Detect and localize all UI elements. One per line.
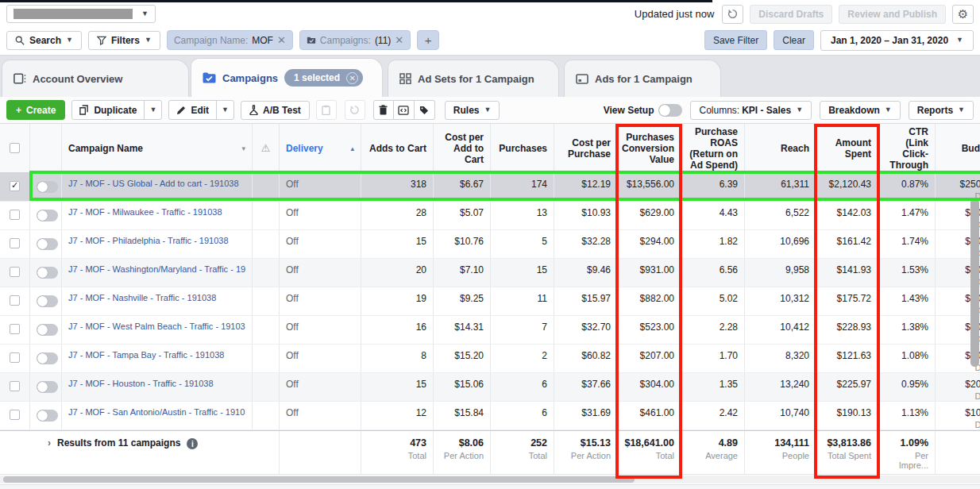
refresh-button[interactable] (722, 5, 743, 24)
row-checkbox[interactable] (10, 381, 20, 391)
column-header-adds-to-cart[interactable]: Adds to Cart (361, 124, 434, 172)
column-header-cost-per-purchase[interactable]: Cost per Purchase (554, 124, 618, 172)
row-checkbox[interactable] (10, 181, 20, 191)
vertical-scrollbar-thumb[interactable] (970, 198, 979, 367)
tab-account-overview[interactable]: Account Overview (2, 60, 189, 97)
campaign-name-link[interactable]: J7 - MOF - West Palm Beach - Traffic - 1… (68, 322, 245, 331)
tab-ad-sets[interactable]: Ad Sets for 1 Campaign (388, 60, 559, 97)
expand-results-chevron[interactable]: › (48, 437, 51, 449)
create-button[interactable]: + Create (6, 100, 65, 120)
campaign-status-toggle[interactable] (37, 238, 58, 250)
campaign-name-link[interactable]: J7 - MOF - Philadelphia - Traffic - 1910… (68, 236, 245, 245)
column-header-campaign-name[interactable]: Campaign Name ▾ (62, 124, 253, 172)
table-row[interactable]: J7 - MOF - West Palm Beach - Traffic - 1… (0, 316, 980, 345)
columns-dropdown[interactable]: Columns: KPI - Sales ▼ (690, 101, 812, 120)
table-row[interactable]: J7 - MOF - Philadelphia - Traffic - 1910… (0, 230, 980, 259)
delete-button[interactable] (373, 100, 394, 120)
table-row[interactable]: J7 - MOF - Houston - Traffic - 191038 Of… (0, 373, 980, 402)
column-header-issues[interactable]: ⚠ (253, 124, 280, 172)
ab-test-button[interactable]: A/B Test (241, 101, 310, 120)
tab-ads[interactable]: Ads for 1 Campaign (564, 60, 721, 97)
action-toolbar: + Create Duplicate ▼ Edit ▼ A/B Test (0, 97, 980, 124)
row-checkbox[interactable] (10, 210, 20, 220)
table-row[interactable]: J7 - MOF - Nashville - Traffic - 191038 … (0, 287, 980, 316)
tag-button[interactable] (415, 100, 435, 120)
edit-button[interactable]: Edit ▼ (168, 100, 234, 120)
column-header-delivery[interactable]: Delivery ▴ (280, 124, 361, 172)
clipboard-button[interactable] (316, 100, 337, 120)
column-header-budget[interactable]: Budget (936, 124, 980, 172)
edit-dropdown-arrow[interactable]: ▼ (216, 101, 233, 119)
column-header-purchases[interactable]: Purchases (491, 124, 554, 172)
table-row[interactable]: J7 - MOF - Washington/Maryland - Traffic… (0, 259, 980, 287)
campaign-name-link[interactable]: J7 - MOF - Nashville - Traffic - 191038 (68, 293, 245, 302)
column-header-reach[interactable]: Reach (745, 124, 816, 172)
campaign-status-toggle[interactable] (37, 181, 58, 193)
column-header-ctr[interactable]: CTR (Link Click-Through (878, 124, 936, 172)
reports-dropdown[interactable]: Reports▼ (909, 101, 974, 120)
row-checkbox[interactable] (10, 410, 20, 420)
amount-spent-cell: $121.63 (816, 345, 878, 372)
campaign-name-link[interactable]: J7 - MOF - US Global - Add to cart - 191… (68, 179, 245, 188)
add-filter-button[interactable]: + (417, 30, 439, 50)
budget-cell[interactable]: $250.00 Daily (936, 173, 980, 201)
row-checkbox[interactable] (10, 352, 20, 363)
campaigns-folder-check-icon (203, 72, 216, 83)
column-header-amount-spent[interactable]: Amount Spent (816, 124, 878, 172)
remove-filter-icon[interactable]: ✕ (395, 34, 403, 46)
amount-spent-cell: $175.72 (816, 287, 878, 315)
clear-filters-button[interactable]: Clear (774, 30, 814, 50)
row-checkbox[interactable] (10, 238, 20, 248)
campaign-status-toggle[interactable] (37, 295, 58, 307)
table-row[interactable]: J7 - MOF - San Antonio/Austin - Traffic … (0, 402, 980, 430)
amount-spent-cell: $228.93 (816, 316, 878, 344)
campaign-status-toggle[interactable] (37, 324, 58, 336)
rules-dropdown[interactable]: Rules▼ (445, 101, 500, 120)
campaign-status-toggle[interactable] (37, 410, 58, 422)
search-dropdown[interactable]: Search▼ (6, 31, 82, 50)
column-header-purchases-conversion-value[interactable]: Purchases Conversion Value (618, 124, 681, 172)
column-header-purchase-roas[interactable]: Purchase ROAS (Return on Ad Spend) (681, 124, 745, 172)
select-all-checkbox[interactable] (10, 143, 20, 153)
table-row[interactable]: J7 - MOF - US Global - Add to cart - 191… (0, 173, 980, 202)
tab-campaigns[interactable]: Campaigns 1 selected ✕ (191, 58, 383, 97)
ctr-cell: 1.08% (878, 345, 936, 372)
filters-dropdown[interactable]: Filters▼ (88, 31, 160, 50)
review-and-publish-button[interactable]: Review and Publish (839, 5, 946, 24)
info-icon[interactable]: i (187, 438, 198, 449)
table-row[interactable]: J7 - MOF - Milwaukee - Traffic - 191038 … (0, 202, 980, 230)
table-row[interactable]: J7 - MOF - Tampa Bay - Traffic - 191038 … (0, 345, 980, 373)
campaign-status-toggle[interactable] (37, 210, 58, 221)
save-filter-button[interactable]: Save Filter (704, 30, 767, 50)
settings-button[interactable]: ⚙ (952, 5, 974, 24)
campaign-name-link[interactable]: J7 - MOF - San Antonio/Austin - Traffic … (68, 407, 245, 417)
campaign-name-link[interactable]: J7 - MOF - Houston - Traffic - 191038 (68, 379, 245, 388)
duplicate-dropdown-arrow[interactable]: ▼ (144, 101, 161, 119)
discard-drafts-button[interactable]: Discard Drafts (750, 5, 832, 24)
column-header-cost-per-add-to-cart[interactable]: Cost per Add to Cart (434, 124, 491, 172)
date-range-selector[interactable]: Jan 1, 2020 – Jan 31, 2020 ▼ (820, 30, 974, 51)
breakdown-dropdown[interactable]: Breakdown▼ (820, 101, 901, 120)
horizontal-scrollbar-thumb[interactable] (3, 476, 635, 483)
view-setup-toggle[interactable] (658, 104, 682, 117)
campaign-status-toggle[interactable] (37, 381, 58, 393)
clear-selection-icon[interactable]: ✕ (346, 72, 358, 84)
duplicate-button[interactable]: Duplicate ▼ (71, 100, 162, 120)
budget-cell[interactable]: $10.00 Daily (936, 402, 980, 429)
campaign-name-link[interactable]: J7 - MOF - Tampa Bay - Traffic - 191038 (68, 350, 245, 360)
budget-cell[interactable]: $20.00 Daily (936, 373, 980, 401)
amount-spent-cell: $161.42 (816, 230, 878, 258)
campaign-status-toggle[interactable] (37, 267, 58, 279)
revert-button[interactable] (345, 100, 365, 120)
row-checkbox[interactable] (10, 267, 20, 277)
remove-filter-icon[interactable]: ✕ (277, 34, 286, 46)
row-checkbox[interactable] (10, 324, 20, 334)
campaign-name-link[interactable]: J7 - MOF - Milwaukee - Traffic - 191038 (68, 207, 245, 217)
filter-chip-campaign-name[interactable]: Campaign Name: MOF ✕ (167, 30, 293, 50)
campaign-name-link[interactable]: J7 - MOF - Washington/Maryland - Traffic… (68, 264, 245, 274)
account-selector[interactable]: ▼ (6, 5, 156, 23)
filter-chip-campaigns[interactable]: Campaigns: (11) ✕ (299, 30, 411, 50)
row-checkbox[interactable] (10, 295, 20, 306)
campaign-status-toggle[interactable] (37, 352, 58, 364)
preview-button[interactable] (394, 100, 415, 120)
